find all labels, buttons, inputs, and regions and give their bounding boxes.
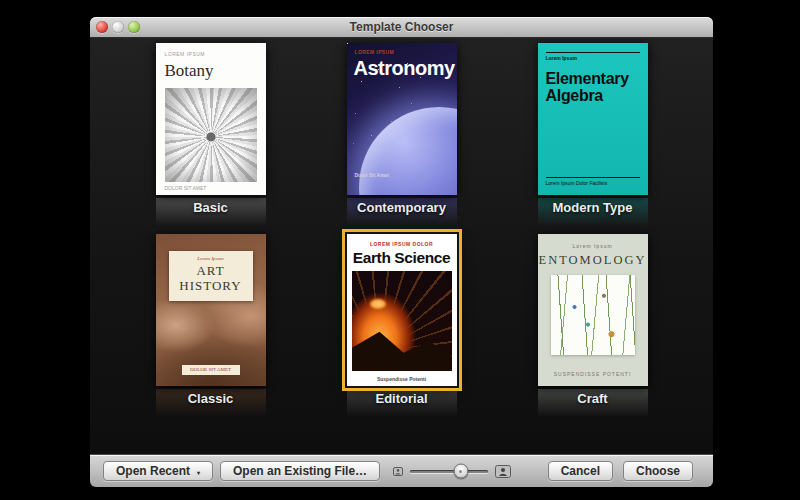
popup-arrow-icon: ▾ <box>197 468 200 475</box>
cover-title: Earth Science <box>347 249 457 267</box>
open-recent-button[interactable]: Open Recent ▾ <box>103 461 213 481</box>
volcano-photo <box>352 271 452 371</box>
cover-kicker: LOREM IPSUM DOLOR <box>347 241 457 247</box>
open-recent-label: Open Recent <box>116 464 190 478</box>
cover-title: Astronomy <box>354 57 457 80</box>
eruption-core <box>370 299 386 309</box>
earth-science-cover: LOREM IPSUM DOLOR Earth Science Suspendi… <box>347 234 457 386</box>
cover-title: Botany <box>165 61 257 81</box>
cancel-label: Cancel <box>561 464 600 478</box>
zoom-slider-knob[interactable] <box>453 464 468 479</box>
template-row-2: Lorem Ipsum ART HISTORY DOLOR SIT AMET C… <box>90 234 713 425</box>
template-label-craft: Craft <box>508 391 678 406</box>
template-card-editorial[interactable]: LOREM IPSUM DOLOR Earth Science Suspendi… <box>347 234 457 425</box>
rule-line <box>546 52 640 53</box>
template-card-craft[interactable]: Lorem Ipsum ENTOMOLOGY SUSPENDISSE POTEN… <box>538 234 648 425</box>
open-existing-file-label: Open an Existing File… <box>233 464 367 478</box>
template-row-1: LOREM IPSUM Botany DOLOR SIT AMET Basic … <box>90 43 713 234</box>
thumbnail-zoom-control <box>393 463 511 479</box>
close-icon[interactable] <box>96 21 108 33</box>
template-card-contemporary[interactable]: LOREM IPSUM Astronomy Dolor Sit Amet Con… <box>347 43 457 234</box>
template-label-basic: Basic <box>126 200 296 215</box>
entomology-cover: Lorem Ipsum ENTOMOLOGY SUSPENDISSE POTEN… <box>538 234 648 386</box>
toolbar-right-group: Cancel Choose <box>548 461 693 481</box>
cover-kicker: LOREM IPSUM <box>165 51 257 57</box>
zoom-icon[interactable] <box>128 21 140 33</box>
cover-title: ENTOMOLOGY <box>538 253 648 268</box>
title-plate: Lorem Ipsum ART HISTORY <box>169 251 253 301</box>
window-controls <box>96 21 140 33</box>
dahlia-flower-photo <box>165 88 257 182</box>
template-label-classic: Classic <box>126 391 296 406</box>
bottom-toolbar: Open Recent ▾ Open an Existing File… <box>90 454 713 487</box>
open-existing-file-button[interactable]: Open an Existing File… <box>220 461 380 481</box>
toolbar-left-group: Open Recent ▾ Open an Existing File… <box>103 461 380 481</box>
cover-kicker: Lorem Ipsum <box>538 243 648 249</box>
cover-kicker: LOREM IPSUM <box>355 49 457 55</box>
template-card-modern-type[interactable]: Lorem Ipsum Elementary Algebra Lorem Ips… <box>538 43 648 234</box>
template-label-contemporary: Contemporary <box>317 200 487 215</box>
template-chooser-window: Template Chooser LOREM IPSUM Botany DOLO… <box>90 17 713 487</box>
astronomy-cover: LOREM IPSUM Astronomy Dolor Sit Amet <box>347 43 457 195</box>
botany-cover: LOREM IPSUM Botany DOLOR SIT AMET <box>156 43 266 195</box>
template-label-editorial: Editorial <box>317 391 487 406</box>
large-thumbnail-icon <box>495 465 511 478</box>
cover-kicker: Lorem Ipsum <box>171 256 251 262</box>
planet-photo <box>359 107 457 195</box>
cover-footer: SUSPENDISSE POTENTI <box>538 371 648 377</box>
title-bar[interactable]: Template Chooser <box>90 17 713 38</box>
cover-kicker: Lorem Ipsum <box>546 55 640 61</box>
rule-line <box>546 177 640 178</box>
cover-footer: DOLOR SIT AMET <box>165 185 207 191</box>
window-title: Template Chooser <box>90 17 713 37</box>
choose-label: Choose <box>636 464 680 478</box>
cover-footer: DOLOR SIT AMET <box>182 365 240 375</box>
cancel-button[interactable]: Cancel <box>548 461 613 481</box>
cover-footer: Lorem Ipsum Dolor Facilisis <box>546 180 640 186</box>
template-grid: LOREM IPSUM Botany DOLOR SIT AMET Basic … <box>90 38 713 455</box>
cover-title: Elementary Algebra <box>546 70 640 105</box>
cover-footer-block: Lorem Ipsum Dolor Facilisis <box>538 177 648 186</box>
choose-button[interactable]: Choose <box>623 461 693 481</box>
small-thumbnail-icon <box>393 467 403 476</box>
template-card-classic[interactable]: Lorem Ipsum ART HISTORY DOLOR SIT AMET C… <box>156 234 266 425</box>
zoom-slider[interactable] <box>410 470 488 473</box>
template-label-modern-type: Modern Type <box>508 200 678 215</box>
template-card-basic[interactable]: LOREM IPSUM Botany DOLOR SIT AMET Basic <box>156 43 266 234</box>
stars <box>347 43 348 44</box>
art-history-cover: Lorem Ipsum ART HISTORY DOLOR SIT AMET <box>156 234 266 386</box>
cover-title: ART HISTORY <box>179 264 243 294</box>
elementary-algebra-cover: Lorem Ipsum Elementary Algebra Lorem Ips… <box>538 43 648 195</box>
cover-footer: Dolor Sit Amet <box>355 172 390 178</box>
cover-footer: Suspendisse Potenti <box>347 376 457 382</box>
insect-illustration <box>551 275 635 355</box>
minimize-icon[interactable] <box>112 21 124 33</box>
